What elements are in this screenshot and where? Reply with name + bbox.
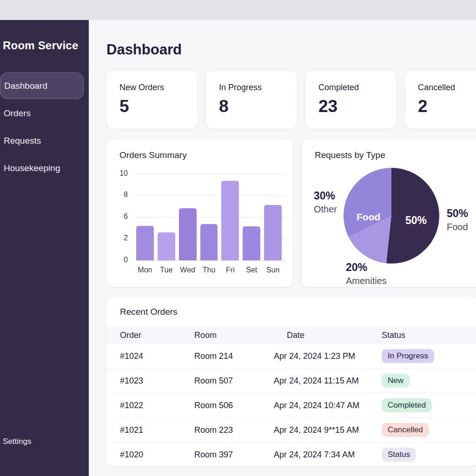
column-header-order: Order [120, 331, 194, 340]
status-badge: Status [382, 448, 416, 462]
x-tick: Tue [158, 266, 175, 274]
order-id: #1022 [120, 401, 194, 410]
sidebar: Room Service Dashboard Orders Requests H… [0, 20, 89, 476]
pie-callout-value: 30% [314, 189, 337, 203]
x-tick: Wed [179, 266, 197, 274]
room-number: Room 223 [194, 425, 274, 435]
bar-column-set: Set [243, 174, 260, 260]
page-title: Dashboard [106, 41, 476, 58]
table-row[interactable]: #1020 Room 397 Apr 24, 2024 7:34 AM Stat… [106, 443, 476, 467]
order-date: Apr 24, 2024 11:15 AM [274, 376, 382, 386]
pie-callout-name: Amenities [346, 275, 387, 287]
bar-fri [221, 181, 239, 260]
room-number: Room 507 [194, 376, 274, 386]
order-id: #1023 [120, 376, 194, 386]
order-id: #1020 [120, 450, 194, 460]
y-tick: 10 [106, 169, 128, 178]
order-id: #1021 [120, 425, 194, 435]
stat-card-completed: Completed 23 [305, 71, 397, 129]
x-tick: Mon [136, 266, 154, 274]
table-title: Recent Orders [106, 297, 476, 317]
requests-pie-chart: Food 50% [344, 168, 439, 264]
sidebar-item-housekeeping[interactable]: Housekeeping [3, 155, 86, 181]
bar-mon [136, 226, 154, 260]
bar-column-tue: Tue [158, 174, 175, 260]
status-badge: New [382, 374, 410, 388]
order-id: #1024 [120, 351, 194, 361]
stat-label: New Orders [119, 83, 198, 93]
recent-orders-card: Recent Orders Order Room Date Status #10… [106, 297, 476, 466]
orders-bar-chart: 10 8 6 2 0 Mon Tue [106, 170, 293, 281]
pie-inside-label-food: Food [357, 212, 380, 223]
table-row[interactable]: #1024 Room 214 Apr 24, 2024 1:23 PM In P… [106, 344, 476, 369]
bar-thu [200, 224, 218, 260]
bar-column-thu: Thu [200, 174, 218, 260]
sidebar-item-label: Orders [4, 108, 31, 119]
chart-title: Orders Summary [119, 150, 187, 160]
pie-callout-amenities: 20% Amenities [346, 261, 387, 287]
bar-sun [264, 205, 282, 260]
main-content: Dashboard New Orders 5 In Progress 8 Com… [89, 20, 476, 476]
bar-column-wed: Wed [179, 174, 197, 260]
stat-card-in-progress: In Progress 8 [206, 71, 297, 129]
room-number: Room 214 [194, 351, 274, 361]
x-tick: Set [243, 266, 260, 274]
order-date: Apr 24, 2024 10:47 AM [274, 401, 382, 410]
stat-label: Cancelled [418, 83, 476, 93]
y-tick: 2 [106, 234, 128, 242]
bars-area: Mon Tue Wed Thu [135, 174, 283, 260]
sidebar-item-settings[interactable]: Settings [3, 437, 31, 446]
table-row[interactable]: #1021 Room 223 Apr 24, 2024 9**15 AM Can… [106, 418, 476, 443]
table-header-row: Order Room Date Status [106, 327, 476, 344]
sidebar-item-dashboard[interactable]: Dashboard [0, 73, 84, 99]
stat-label: Completed [318, 83, 397, 93]
stat-value: 5 [119, 97, 198, 116]
stat-card-cancelled: Cancelled 2 [405, 71, 476, 129]
column-header-date: Date [274, 331, 382, 340]
sidebar-item-label: Requests [4, 136, 41, 146]
stat-card-new-orders: New Orders 5 [106, 71, 198, 129]
sidebar-item-orders[interactable]: Orders [3, 100, 86, 126]
status-badge: In Progress [382, 349, 434, 363]
sidebar-item-label: Dashboard [4, 81, 47, 91]
axis-baseline [135, 260, 286, 261]
pie-callout-name: Food [447, 221, 468, 233]
status-badge: Cancelled [382, 423, 429, 437]
order-date: Apr 24, 2024 7:34 AM [274, 450, 382, 460]
pie-callout-food: 50% Food [447, 207, 468, 233]
sidebar-item-requests[interactable]: Requests [3, 127, 86, 154]
y-tick: 0 [106, 256, 128, 264]
requests-by-type-card: Requests by Type Food 50% 30% Other 50% … [302, 139, 476, 287]
bar-set [243, 226, 260, 260]
bar-wed [179, 208, 197, 260]
stat-value: 8 [219, 97, 297, 116]
x-tick: Thu [200, 266, 218, 274]
x-tick: Sun [264, 266, 282, 274]
app-title: Room Service [3, 39, 86, 52]
table-row[interactable]: #1023 Room 507 Apr 24, 2024 11:15 AM New [106, 369, 476, 393]
stat-label: In Progress [219, 83, 297, 93]
bar-tue [158, 232, 175, 260]
table-row[interactable]: #1022 Room 506 Apr 24, 2024 10:47 AM Com… [106, 393, 476, 418]
stat-value: 23 [318, 97, 397, 116]
bar-column-fri: Fri [221, 174, 239, 260]
sidebar-item-label: Housekeeping [4, 163, 60, 173]
bar-column-mon: Mon [136, 174, 154, 260]
room-number: Room 506 [194, 401, 274, 410]
pie-callout-other: 30% Other [314, 189, 337, 215]
pie-callout-name: Other [314, 204, 337, 215]
orders-summary-card: Orders Summary 10 8 6 2 0 Mon [106, 139, 293, 287]
column-header-room: Room [194, 331, 274, 340]
bar-column-sun: Sun [264, 174, 282, 260]
sidebar-nav: Dashboard Orders Requests Housekeeping [3, 73, 86, 181]
order-date: Apr 24, 2024 9**15 AM [274, 425, 382, 435]
top-bar [0, 0, 476, 20]
x-tick: Fri [221, 266, 239, 274]
y-tick: 6 [106, 212, 128, 221]
chart-title: Requests by Type [315, 150, 385, 160]
status-badge: Completed [382, 398, 432, 412]
y-tick: 8 [106, 191, 128, 199]
stat-value: 2 [418, 97, 476, 116]
order-date: Apr 24, 2024 1:23 PM [274, 351, 382, 361]
charts-row: Orders Summary 10 8 6 2 0 Mon [106, 139, 476, 287]
